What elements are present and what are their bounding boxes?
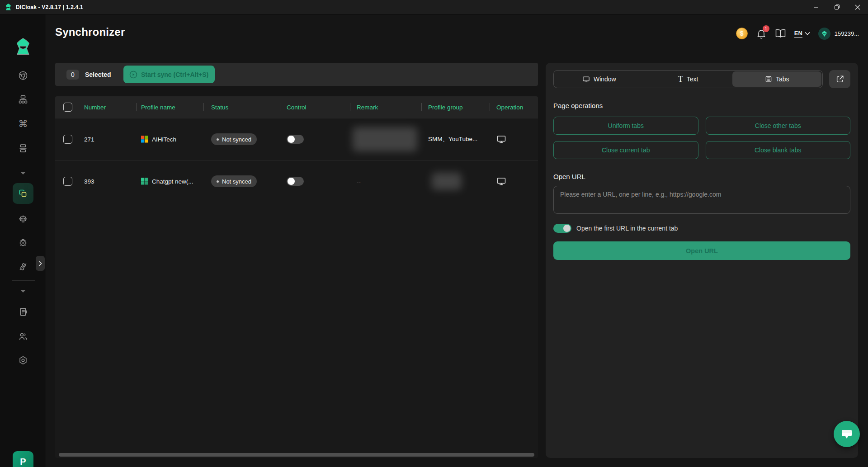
sidebar-item-settings[interactable]: [18, 355, 28, 365]
collapse-chevron-icon[interactable]: [21, 172, 25, 175]
synchronizer-icon: [18, 188, 28, 199]
tabs-tab-icon: [765, 75, 772, 83]
profile-initial: P: [20, 457, 26, 467]
redacted-remark: [353, 127, 417, 151]
sidebar-item-extension[interactable]: [18, 262, 28, 272]
account-menu[interactable]: 159239...: [818, 28, 859, 40]
sync-control-panel: Window T Text Tabs: [546, 63, 858, 458]
cell-number: 393: [84, 160, 136, 202]
row-checkbox[interactable]: [63, 177, 72, 186]
extension-plug-icon: [18, 262, 28, 272]
shortcuts-icon: ⌘: [19, 119, 28, 129]
window-tab-icon: [582, 75, 590, 83]
cell-profile-name: AIHiTech: [152, 136, 176, 143]
cell-remark: --: [350, 160, 421, 202]
close-button[interactable]: [847, 0, 868, 14]
url-input[interactable]: [553, 186, 850, 214]
row-checkbox[interactable]: [63, 135, 72, 144]
language-code: EN: [794, 30, 802, 38]
status-dot: [217, 138, 219, 141]
page-title: Synchronizer: [55, 26, 125, 38]
selected-count: 0: [66, 70, 79, 80]
tab-window[interactable]: Window: [555, 71, 644, 87]
start-sync-button[interactable]: Start sync (Ctrl+Alt+S): [123, 66, 215, 83]
dicloak-logo: [14, 37, 33, 56]
sidebar-item-browser[interactable]: [18, 71, 28, 80]
avatar: [818, 28, 830, 40]
column-profile-group: Profile group: [421, 96, 490, 118]
monitor-icon[interactable]: [496, 134, 506, 144]
chevron-down-icon: [805, 32, 810, 35]
open-first-url-toggle[interactable]: [553, 224, 571, 233]
sidebar-divider: [12, 280, 35, 281]
chevron-right-icon: [38, 261, 42, 266]
mode-tabs: Window T Text Tabs: [553, 70, 823, 88]
page-operations-title: Page operations: [553, 102, 850, 109]
play-circle-icon: [129, 71, 137, 79]
control-toggle[interactable]: [287, 135, 304, 144]
close-blank-tabs-button[interactable]: Close blank tabs: [706, 141, 851, 159]
sidebar-item-logs[interactable]: [18, 307, 28, 317]
table-header: Number Profile name Status Control Remar…: [55, 96, 538, 118]
sidebar-item-bug[interactable]: [18, 237, 28, 247]
open-url-button[interactable]: Open URL: [553, 241, 850, 260]
redacted-profile-group: [432, 173, 462, 190]
dicloak-logo: [5, 3, 12, 11]
select-all-checkbox[interactable]: [63, 103, 72, 112]
monitor-icon[interactable]: [496, 176, 506, 186]
support-chat-button[interactable]: [834, 421, 860, 447]
docs-book-button[interactable]: [775, 28, 786, 38]
notifications-button[interactable]: 1: [756, 28, 767, 39]
minimize-button[interactable]: [806, 0, 826, 14]
close-other-tabs-button[interactable]: Close other tabs: [706, 117, 851, 135]
control-toggle[interactable]: [287, 177, 304, 186]
status-dot: [217, 180, 219, 183]
cell-profile-group: SMM、YouTube...: [428, 135, 477, 143]
window-controls: [806, 0, 868, 14]
sidebar: ⌘: [0, 14, 46, 467]
collapse-chevron-icon[interactable]: [21, 290, 25, 292]
column-status: Status: [203, 96, 280, 118]
column-profile-name: Profile name: [136, 96, 203, 118]
open-in-new-window-button[interactable]: [829, 70, 850, 88]
horizontal-scrollbar[interactable]: [59, 453, 534, 457]
notification-badge: 1: [763, 25, 769, 32]
windows-icon: [141, 178, 148, 185]
list-icon: [18, 143, 28, 153]
sidebar-expand-button[interactable]: [36, 256, 45, 271]
main-content: Synchronizer $ 1 EN 159: [46, 14, 868, 467]
chat-bubble-icon: [840, 427, 854, 441]
titlebar: DICloak - V2.8.17 | 1.2.4.1: [0, 0, 868, 14]
tab-tabs[interactable]: Tabs: [732, 71, 821, 87]
tab-text[interactable]: T Text: [644, 71, 733, 87]
sidebar-logo[interactable]: [14, 37, 33, 56]
sidebar-item-rpa[interactable]: [18, 213, 28, 223]
close-icon: [855, 5, 860, 10]
sidebar-item-list[interactable]: [18, 143, 28, 153]
profile-avatar[interactable]: P: [13, 451, 33, 467]
table-row: 271 AIHiTech Not: [55, 118, 538, 160]
language-selector[interactable]: EN: [794, 30, 810, 38]
uniform-tabs-button[interactable]: Uniform tabs: [553, 117, 698, 135]
restore-button[interactable]: [826, 0, 847, 14]
cell-number: 271: [84, 118, 136, 160]
column-number: Number: [84, 96, 136, 118]
minimize-icon: [813, 5, 819, 10]
selection-toolbar: 0 Selected Start sync (Ctrl+Alt+S): [55, 63, 538, 86]
sidebar-item-shortcuts[interactable]: ⌘: [18, 119, 28, 129]
selected-label: Selected: [85, 71, 111, 78]
avatar-gem-icon: [821, 30, 828, 37]
rpa-robot-icon: [18, 213, 28, 223]
column-operation: Operation: [490, 96, 538, 118]
text-tab-icon: T: [678, 75, 683, 83]
sidebar-item-profiles-group[interactable]: [18, 94, 28, 104]
sidebar-item-synchronizer-active[interactable]: [13, 183, 33, 204]
column-control: Control: [280, 96, 350, 118]
coin-icon[interactable]: $: [736, 28, 748, 39]
sidebar-item-team[interactable]: [18, 331, 28, 341]
page-operations-grid: Uniform tabs Close other tabs Close curr…: [553, 117, 850, 159]
close-current-tab-button[interactable]: Close current tab: [553, 141, 698, 159]
open-new-window-icon: [835, 75, 844, 84]
logs-icon: [18, 307, 28, 317]
team-icon: [18, 331, 28, 341]
